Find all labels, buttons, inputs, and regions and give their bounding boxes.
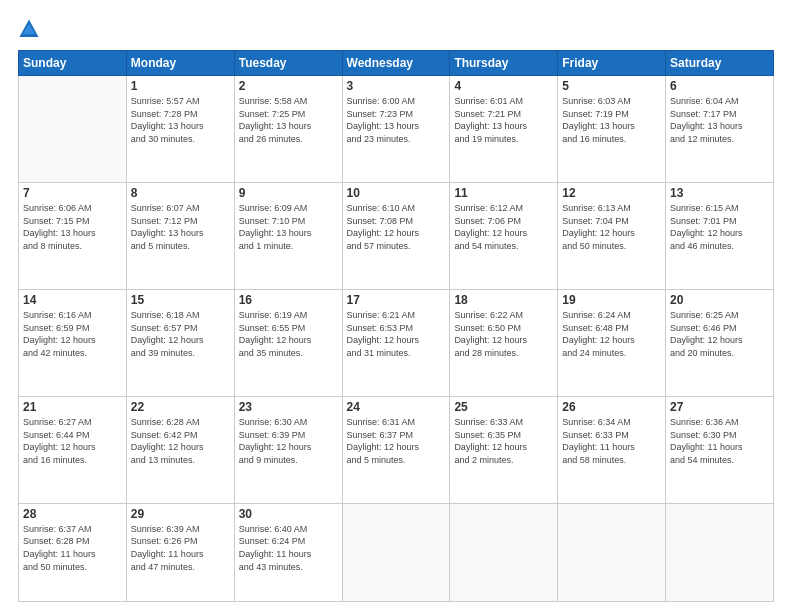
day-info: Sunrise: 6:40 AM Sunset: 6:24 PM Dayligh… xyxy=(239,523,338,573)
weekday-header-row: SundayMondayTuesdayWednesdayThursdayFrid… xyxy=(19,51,774,76)
day-number: 29 xyxy=(131,507,230,521)
day-number: 30 xyxy=(239,507,338,521)
calendar-cell: 18Sunrise: 6:22 AM Sunset: 6:50 PM Dayli… xyxy=(450,289,558,396)
day-info: Sunrise: 6:18 AM Sunset: 6:57 PM Dayligh… xyxy=(131,309,230,359)
week-row-4: 21Sunrise: 6:27 AM Sunset: 6:44 PM Dayli… xyxy=(19,396,774,503)
day-number: 1 xyxy=(131,79,230,93)
day-info: Sunrise: 6:36 AM Sunset: 6:30 PM Dayligh… xyxy=(670,416,769,466)
week-row-2: 7Sunrise: 6:06 AM Sunset: 7:15 PM Daylig… xyxy=(19,182,774,289)
calendar-cell: 25Sunrise: 6:33 AM Sunset: 6:35 PM Dayli… xyxy=(450,396,558,503)
day-number: 19 xyxy=(562,293,661,307)
calendar-cell: 15Sunrise: 6:18 AM Sunset: 6:57 PM Dayli… xyxy=(126,289,234,396)
day-info: Sunrise: 5:58 AM Sunset: 7:25 PM Dayligh… xyxy=(239,95,338,145)
logo xyxy=(18,18,44,40)
week-row-1: 1Sunrise: 5:57 AM Sunset: 7:28 PM Daylig… xyxy=(19,76,774,183)
day-info: Sunrise: 6:06 AM Sunset: 7:15 PM Dayligh… xyxy=(23,202,122,252)
calendar-cell xyxy=(450,503,558,601)
day-info: Sunrise: 6:22 AM Sunset: 6:50 PM Dayligh… xyxy=(454,309,553,359)
day-info: Sunrise: 6:30 AM Sunset: 6:39 PM Dayligh… xyxy=(239,416,338,466)
day-number: 4 xyxy=(454,79,553,93)
day-number: 10 xyxy=(347,186,446,200)
day-number: 15 xyxy=(131,293,230,307)
day-info: Sunrise: 6:13 AM Sunset: 7:04 PM Dayligh… xyxy=(562,202,661,252)
day-number: 3 xyxy=(347,79,446,93)
day-info: Sunrise: 6:01 AM Sunset: 7:21 PM Dayligh… xyxy=(454,95,553,145)
weekday-header-tuesday: Tuesday xyxy=(234,51,342,76)
day-number: 27 xyxy=(670,400,769,414)
header xyxy=(18,18,774,40)
day-number: 28 xyxy=(23,507,122,521)
day-info: Sunrise: 6:28 AM Sunset: 6:42 PM Dayligh… xyxy=(131,416,230,466)
day-info: Sunrise: 6:16 AM Sunset: 6:59 PM Dayligh… xyxy=(23,309,122,359)
day-number: 22 xyxy=(131,400,230,414)
calendar-cell: 12Sunrise: 6:13 AM Sunset: 7:04 PM Dayli… xyxy=(558,182,666,289)
day-info: Sunrise: 6:24 AM Sunset: 6:48 PM Dayligh… xyxy=(562,309,661,359)
day-number: 26 xyxy=(562,400,661,414)
calendar-cell: 10Sunrise: 6:10 AM Sunset: 7:08 PM Dayli… xyxy=(342,182,450,289)
weekday-header-monday: Monday xyxy=(126,51,234,76)
day-info: Sunrise: 6:37 AM Sunset: 6:28 PM Dayligh… xyxy=(23,523,122,573)
day-number: 5 xyxy=(562,79,661,93)
calendar-cell: 16Sunrise: 6:19 AM Sunset: 6:55 PM Dayli… xyxy=(234,289,342,396)
weekday-header-thursday: Thursday xyxy=(450,51,558,76)
calendar-cell: 4Sunrise: 6:01 AM Sunset: 7:21 PM Daylig… xyxy=(450,76,558,183)
calendar-cell: 7Sunrise: 6:06 AM Sunset: 7:15 PM Daylig… xyxy=(19,182,127,289)
calendar-cell: 11Sunrise: 6:12 AM Sunset: 7:06 PM Dayli… xyxy=(450,182,558,289)
day-info: Sunrise: 6:15 AM Sunset: 7:01 PM Dayligh… xyxy=(670,202,769,252)
day-number: 8 xyxy=(131,186,230,200)
day-number: 25 xyxy=(454,400,553,414)
day-info: Sunrise: 6:09 AM Sunset: 7:10 PM Dayligh… xyxy=(239,202,338,252)
calendar-cell: 5Sunrise: 6:03 AM Sunset: 7:19 PM Daylig… xyxy=(558,76,666,183)
calendar-cell: 8Sunrise: 6:07 AM Sunset: 7:12 PM Daylig… xyxy=(126,182,234,289)
calendar-cell: 13Sunrise: 6:15 AM Sunset: 7:01 PM Dayli… xyxy=(666,182,774,289)
calendar-cell: 2Sunrise: 5:58 AM Sunset: 7:25 PM Daylig… xyxy=(234,76,342,183)
day-number: 16 xyxy=(239,293,338,307)
day-info: Sunrise: 5:57 AM Sunset: 7:28 PM Dayligh… xyxy=(131,95,230,145)
day-number: 18 xyxy=(454,293,553,307)
calendar-cell: 24Sunrise: 6:31 AM Sunset: 6:37 PM Dayli… xyxy=(342,396,450,503)
calendar-cell: 28Sunrise: 6:37 AM Sunset: 6:28 PM Dayli… xyxy=(19,503,127,601)
calendar-cell xyxy=(342,503,450,601)
day-number: 12 xyxy=(562,186,661,200)
calendar-cell: 30Sunrise: 6:40 AM Sunset: 6:24 PM Dayli… xyxy=(234,503,342,601)
day-number: 9 xyxy=(239,186,338,200)
day-info: Sunrise: 6:21 AM Sunset: 6:53 PM Dayligh… xyxy=(347,309,446,359)
day-info: Sunrise: 6:25 AM Sunset: 6:46 PM Dayligh… xyxy=(670,309,769,359)
weekday-header-friday: Friday xyxy=(558,51,666,76)
day-info: Sunrise: 6:39 AM Sunset: 6:26 PM Dayligh… xyxy=(131,523,230,573)
calendar-cell xyxy=(666,503,774,601)
day-number: 11 xyxy=(454,186,553,200)
day-number: 21 xyxy=(23,400,122,414)
day-number: 6 xyxy=(670,79,769,93)
day-number: 7 xyxy=(23,186,122,200)
logo-icon xyxy=(18,18,40,40)
day-info: Sunrise: 6:19 AM Sunset: 6:55 PM Dayligh… xyxy=(239,309,338,359)
calendar-table: SundayMondayTuesdayWednesdayThursdayFrid… xyxy=(18,50,774,602)
day-info: Sunrise: 6:07 AM Sunset: 7:12 PM Dayligh… xyxy=(131,202,230,252)
calendar-cell: 6Sunrise: 6:04 AM Sunset: 7:17 PM Daylig… xyxy=(666,76,774,183)
week-row-5: 28Sunrise: 6:37 AM Sunset: 6:28 PM Dayli… xyxy=(19,503,774,601)
calendar-cell xyxy=(558,503,666,601)
calendar-cell: 29Sunrise: 6:39 AM Sunset: 6:26 PM Dayli… xyxy=(126,503,234,601)
day-info: Sunrise: 6:10 AM Sunset: 7:08 PM Dayligh… xyxy=(347,202,446,252)
day-number: 14 xyxy=(23,293,122,307)
calendar-cell: 1Sunrise: 5:57 AM Sunset: 7:28 PM Daylig… xyxy=(126,76,234,183)
week-row-3: 14Sunrise: 6:16 AM Sunset: 6:59 PM Dayli… xyxy=(19,289,774,396)
calendar-cell: 19Sunrise: 6:24 AM Sunset: 6:48 PM Dayli… xyxy=(558,289,666,396)
day-number: 23 xyxy=(239,400,338,414)
day-number: 17 xyxy=(347,293,446,307)
day-number: 13 xyxy=(670,186,769,200)
calendar-cell: 3Sunrise: 6:00 AM Sunset: 7:23 PM Daylig… xyxy=(342,76,450,183)
weekday-header-sunday: Sunday xyxy=(19,51,127,76)
day-number: 20 xyxy=(670,293,769,307)
day-info: Sunrise: 6:34 AM Sunset: 6:33 PM Dayligh… xyxy=(562,416,661,466)
calendar-cell: 17Sunrise: 6:21 AM Sunset: 6:53 PM Dayli… xyxy=(342,289,450,396)
calendar-cell: 22Sunrise: 6:28 AM Sunset: 6:42 PM Dayli… xyxy=(126,396,234,503)
calendar-cell: 20Sunrise: 6:25 AM Sunset: 6:46 PM Dayli… xyxy=(666,289,774,396)
calendar-cell: 14Sunrise: 6:16 AM Sunset: 6:59 PM Dayli… xyxy=(19,289,127,396)
weekday-header-wednesday: Wednesday xyxy=(342,51,450,76)
day-number: 24 xyxy=(347,400,446,414)
page: SundayMondayTuesdayWednesdayThursdayFrid… xyxy=(0,0,792,612)
weekday-header-saturday: Saturday xyxy=(666,51,774,76)
calendar-cell: 21Sunrise: 6:27 AM Sunset: 6:44 PM Dayli… xyxy=(19,396,127,503)
